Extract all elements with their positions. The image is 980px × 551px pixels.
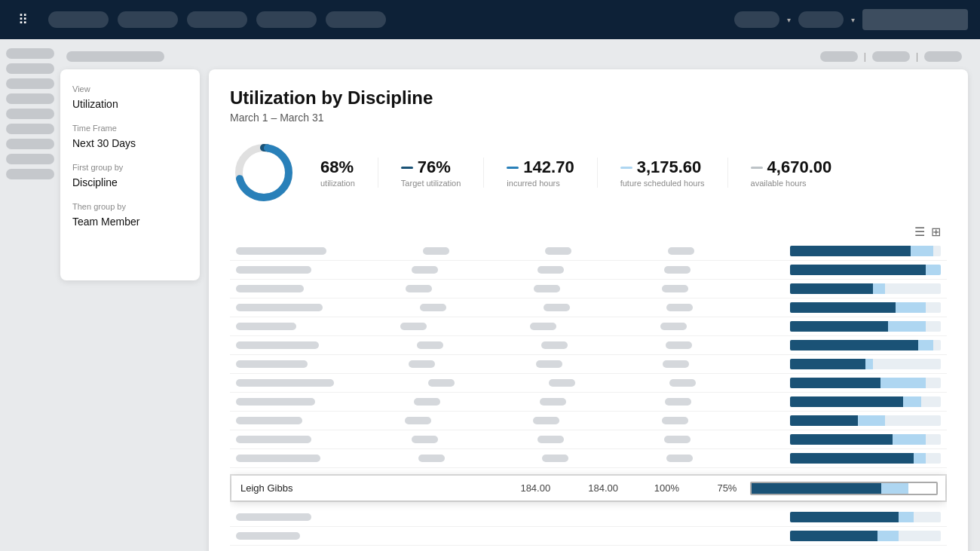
view-toggle-1[interactable] [820,51,858,62]
sidebar-item-5[interactable] [6,109,54,119]
donut-chart [230,139,298,207]
global-search[interactable] [862,9,968,30]
table-row[interactable] [230,317,947,336]
stat-target-indicator-row: 76% [401,158,461,177]
target-indicator [401,167,413,169]
main-area: | | View Utilization Time Frame Next 30 … [0,39,980,551]
row-bar-placeholder [790,321,941,332]
sidebar-item-8[interactable] [6,154,54,164]
group-by-value[interactable]: Discipline [72,176,188,188]
bottom-table-row[interactable] [230,508,947,527]
row-num-placeholder [412,266,438,274]
row-name-placeholder [236,285,304,292]
row-bar-placeholder [790,302,941,313]
row-bar-placeholder [790,265,941,275]
table-row[interactable] [230,298,947,317]
group-by-label: First group by [72,163,188,172]
sidebar-item-3[interactable] [6,78,54,89]
table-row[interactable] [230,355,947,374]
stat-target-label: Target utilization [401,179,461,188]
table-row[interactable] [230,430,947,449]
row-bar-placeholder [790,396,941,407]
table-row[interactable] [230,336,947,355]
list-view-icon[interactable]: ☰ [914,225,925,239]
sidebar-item-9[interactable] [6,169,54,179]
stat-incurred-label: incurred hours [507,179,574,188]
nav-link-3[interactable] [187,11,247,28]
left-sidebar [0,39,60,551]
nav-link-2[interactable] [118,11,178,28]
nav-link-1[interactable] [48,11,109,28]
breadcrumb-bar: | | [60,51,968,62]
table-row[interactable] [230,393,947,412]
stat-future-label: future scheduled hours [620,179,705,188]
row-num-placeholder [423,247,449,255]
row-name-placeholder [236,532,300,540]
row-num-placeholder [537,436,564,443]
breadcrumb [66,51,164,62]
nav-link-4[interactable] [256,11,317,28]
row-num-placeholder [549,379,575,387]
row-name-placeholder [236,247,326,255]
dropdown-arrow-1: ▾ [787,16,791,24]
row-bar-placeholder [790,359,941,369]
stat-utilization-value: 68% [320,158,355,177]
sidebar-item-2[interactable] [6,63,54,74]
timeframe-value[interactable]: Next 30 Days [72,137,188,149]
breadcrumb-right-controls: | | [820,51,962,62]
row-col4-cell: 75% [697,475,743,501]
nav-links [48,11,719,28]
table-row[interactable] [230,449,947,468]
view-toggle-2[interactable] [872,51,910,62]
row-num-placeholder [662,417,688,424]
table-row[interactable] [230,261,947,280]
row-name-placeholder [236,398,315,406]
row-bar-placeholder [790,512,941,522]
stat-divider-1 [378,158,378,188]
top-navigation: ⠿ ▾ ▾ [0,0,980,39]
stat-incurred: 142.70 incurred hours [507,158,574,188]
row-bar-placeholder [790,340,941,350]
dropdown-arrow-2: ▾ [851,16,855,24]
row-num-placeholder [414,398,440,406]
grid-view-icon[interactable]: ⊞ [931,225,941,239]
nav-right-pill-2[interactable] [798,11,844,28]
row-num-placeholder [542,455,568,462]
view-value[interactable]: Utilization [72,98,188,110]
table-row[interactable] [230,412,947,430]
row-num-placeholder [540,398,566,406]
view-toggle-3[interactable] [924,51,962,62]
table-controls: ☰ ⊞ [230,222,947,242]
subgroup-value[interactable]: Team Member [72,216,188,228]
bottom-table-row[interactable] [230,527,947,546]
stat-target-value: 76% [418,158,451,177]
row-num-placeholder [409,360,435,368]
highlighted-table-row[interactable]: Leigh Gibbs 184.00 184.00 100% 75% [231,475,946,501]
table-row[interactable] [230,374,947,393]
sidebar-item-7[interactable] [6,139,54,149]
row-num-placeholder [530,323,556,330]
highlighted-row-table: Leigh Gibbs 184.00 184.00 100% 75% [230,474,947,502]
stat-available-label: available hours [751,179,832,188]
stat-divider-3 [597,158,598,188]
nav-right-pill-1[interactable] [734,11,779,28]
stat-utilization: 68% utilization [320,158,355,188]
row-name-placeholder [236,379,334,387]
row-bar-placeholder [790,246,941,256]
row-name-placeholder [236,417,302,424]
row-num-placeholder [412,436,438,443]
incurred-indicator [507,167,519,169]
table-row[interactable] [230,280,947,298]
row-num-placeholder [533,417,559,424]
nav-link-5[interactable] [326,11,386,28]
table-row[interactable] [230,242,947,261]
row-name-placeholder [236,513,311,521]
row-num-placeholder [537,266,564,274]
data-table-area: ☰ ⊞ Leigh Gibbs 184.00 184.00 [230,222,947,546]
sidebar-item-6[interactable] [6,124,54,134]
chart-title: Utilization by Discipline [230,87,947,109]
stat-future: 3,175.60 future scheduled hours [620,158,705,188]
sidebar-item-1[interactable] [6,48,54,59]
sidebar-item-4[interactable] [6,93,54,104]
row-name-placeholder [236,323,296,330]
